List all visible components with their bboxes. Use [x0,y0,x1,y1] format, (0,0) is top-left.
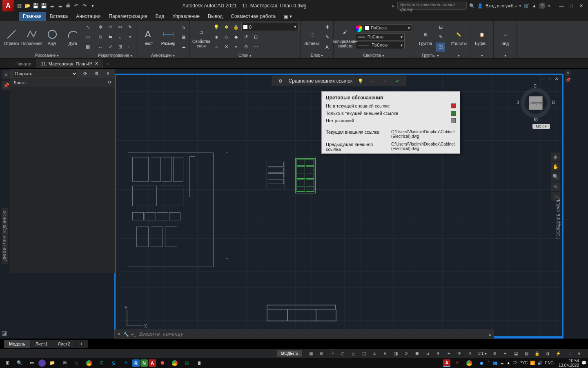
signin-link[interactable]: Вход в службы [486,3,517,8]
cortana-icon[interactable] [38,359,46,367]
tab-collab[interactable]: Совместная работа [227,12,280,21]
saveas-icon[interactable]: 💾 [40,2,47,9]
dir-s[interactable]: Ю [534,118,538,122]
ungroup-icon[interactable]: ⊟ [436,23,445,32]
minimize-button[interactable]: — [557,2,566,10]
qat-dropdown-icon[interactable]: ▾ [89,2,96,9]
clean-screen-icon[interactable]: ⛶ [564,350,573,357]
compare-bulb-icon[interactable]: 💡 [356,77,365,85]
tray-guard-icon[interactable]: 🛡 [513,361,517,365]
sheet-refresh-icon[interactable]: ⟳ [80,69,89,78]
osnap-icon[interactable]: ◫ [359,350,368,357]
scale-label[interactable]: 1:1 ▾ [478,351,487,356]
search-icon[interactable]: 🔍 [14,359,25,368]
mirror-icon[interactable]: ⇋ [106,33,115,42]
compare-settings-icon[interactable]: ⚙ [276,77,285,85]
tray-up-icon[interactable]: ˄ [488,361,490,365]
status-model-button[interactable]: МОДЕЛЬ [277,350,302,357]
tab-parametric[interactable]: Параметризация [105,12,151,21]
command-input[interactable] [139,331,486,337]
navis-icon[interactable]: N [140,359,148,367]
layer-uniso-icon[interactable]: ◇ [222,33,231,42]
compare-accept-icon[interactable]: ✔ [393,77,401,85]
tab-start[interactable]: Начало [11,60,36,68]
start-button[interactable]: ⊞ [2,359,13,368]
apps-icon[interactable]: ▲ [532,3,537,8]
user-icon[interactable]: 👤 [477,3,483,9]
workspace-icon[interactable]: ⚙ [490,350,499,357]
sheet-manager-label[interactable]: ДИСПЕТЧЕР ПОДШИВОК [2,208,8,264]
dir-w[interactable]: З [517,100,519,105]
panel-block-title[interactable]: Блок ▾ [302,52,332,58]
autocad-icon-2[interactable]: ⬣ [157,359,168,368]
clipboard-button[interactable]: 📋Буфе... [472,24,492,51]
search-icon[interactable]: 🔍 [469,3,475,9]
recent-close-icon[interactable]: ✕ [565,70,571,76]
leader-icon[interactable]: ↘ [179,23,188,32]
autocad-icon-1[interactable]: A [149,359,156,367]
polyline-button[interactable]: Полилиния [22,24,42,51]
tab-featured[interactable]: ▣ ▾ [280,12,296,21]
tray-lang2[interactable]: ENG [545,361,554,365]
nav-zoom-icon[interactable]: 🔍 [551,172,560,181]
print-icon[interactable]: 🖶 [65,2,72,9]
3dosnap-icon[interactable]: ⬢ [412,350,421,357]
layer-state-icon[interactable]: ⊟ [251,33,260,42]
layer-more-icon[interactable]: ⋯ [251,43,260,52]
tray-lang1[interactable]: РУС [519,361,528,365]
layer-off-icon[interactable]: ○ [212,43,221,52]
lock-ui-icon[interactable]: 🔒 [532,350,541,357]
compare-prev-icon[interactable]: ← [369,77,377,85]
sheet-print-icon[interactable]: 🖶 [92,69,101,78]
layer-lock-icon[interactable]: 🔒 [232,23,241,32]
palette-close-icon[interactable]: ✕ [2,70,11,79]
tab-current-file[interactable]: 11. Мастерская. План-0*✕ [36,59,103,68]
lineweight-combo[interactable]: ━━━ ПоСлою▾ [356,34,405,41]
scale-icon[interactable]: ⤢ [106,43,115,52]
color-combo[interactable]: ПоСлою▾ [363,25,412,32]
tab-insert[interactable]: Вставка [46,12,72,21]
explorer-icon[interactable]: 📁 [47,359,58,368]
open-icon[interactable]: 📂 [24,2,31,9]
layer-freeze-icon[interactable]: ❄ [222,23,231,32]
hatch-icon[interactable]: ▦ [83,43,92,52]
tab-add-button[interactable]: + [103,60,111,68]
tab-output[interactable]: Вывод [204,12,227,21]
doc-max-button[interactable]: □ [546,76,552,81]
chrome-running-icon[interactable] [169,359,180,368]
layout1-tab[interactable]: Лист1 [30,340,53,348]
undo-icon[interactable]: ↶ [73,2,80,9]
annot-monitor-icon[interactable]: + [501,350,510,357]
panel-view-title[interactable]: ▾ [495,52,515,58]
tab-manage[interactable]: Управление [168,12,204,21]
view-button[interactable]: ▭Вид [495,24,515,51]
array-icon[interactable]: ⊞ [116,43,125,52]
lineweight-icon[interactable]: ≡ [381,350,390,357]
insert-block-button[interactable]: ⬚Вставка [302,24,322,51]
linetype-combo[interactable]: ──── ПоСлою▾ [356,42,405,49]
trim-icon[interactable]: ✂ [116,23,125,32]
offset-icon[interactable]: ⊏ [125,43,134,52]
layer-match-icon[interactable]: ◆ [232,33,241,42]
tab-main[interactable]: Главная [19,12,46,21]
ellipse-icon[interactable]: ⬭ [83,33,92,42]
layer-del-icon[interactable]: ✕ [222,43,231,52]
layer-properties-button[interactable]: 🗂Свойства слоя [192,24,211,51]
fillet-icon[interactable]: ◟ [116,33,125,42]
block-edit-icon[interactable]: ✎ [323,33,332,42]
doc-min-button[interactable]: — [539,76,545,81]
tray-clock[interactable]: 10:54 13.04.2020 [559,359,579,368]
snap-icon[interactable]: ⊞ [317,350,326,357]
isoplane-icon[interactable]: ◬ [349,350,358,357]
dimension-button[interactable]: Размер [158,24,178,51]
tray-cloud-icon[interactable]: ☁ [500,361,504,365]
ortho-icon[interactable]: └ [327,350,336,357]
layer-combo[interactable]: 0▾ [241,23,298,31]
save-icon[interactable]: 💾 [32,2,39,9]
wcs-badge[interactable]: МСК ▾ [532,124,550,129]
nav-wheel-icon[interactable]: ◉ [551,153,560,162]
color-wheel-icon[interactable] [356,25,362,32]
skype-icon[interactable]: S [108,359,119,368]
model-tab[interactable]: Модель [4,340,30,348]
annot-auto-icon[interactable]: A [466,350,474,357]
